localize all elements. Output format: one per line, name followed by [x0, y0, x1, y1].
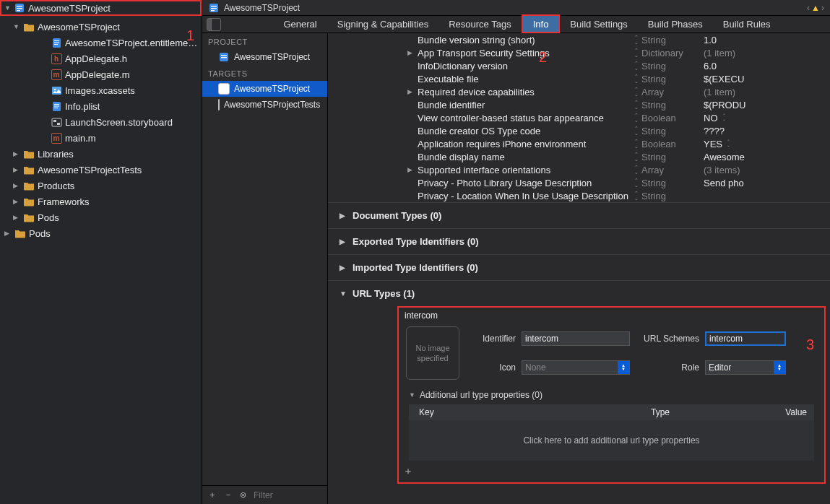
target-item-app[interactable]: AwesomeTSProject	[202, 81, 327, 97]
chevron-right-icon[interactable]: ▶	[407, 49, 415, 56]
chevron-down-icon[interactable]: ▼	[13, 23, 20, 30]
tree-item-label: Images.xcassets	[65, 85, 135, 96]
tree-item[interactable]: ▶Libraries	[0, 146, 202, 162]
add-target-button[interactable]: ＋	[208, 489, 217, 501]
stepper-icon[interactable]: ⌃⌄	[631, 60, 641, 71]
tree-item[interactable]: ▶Products	[0, 178, 202, 194]
plist-value[interactable]: Awesome	[699, 152, 830, 162]
stepper-icon[interactable]: ⌃⌄	[631, 99, 641, 110]
stepper-icon[interactable]: ⌃⌄	[631, 112, 641, 123]
tab-build-settings[interactable]: Build Settings	[560, 15, 638, 32]
stepper-icon[interactable]: ⌃⌄	[727, 140, 735, 147]
tab-general[interactable]: General	[273, 15, 327, 32]
section-exported-types[interactable]: ▶ Exported Type Identifiers (0)	[328, 228, 830, 254]
nav-back-icon[interactable]: ‹	[807, 3, 810, 13]
section-imported-types[interactable]: ▶ Imported Type Identifiers (0)	[328, 254, 830, 280]
disclosure-triangle-icon[interactable]: ▼	[4, 4, 11, 12]
stepper-icon[interactable]: ⌃⌄	[631, 47, 641, 58]
stepper-icon[interactable]: ⌃⌄	[631, 34, 641, 45]
plist-row[interactable]: Bundle identifier⌃⌄String$(PRODU	[328, 98, 830, 111]
plist-row[interactable]: ▶Required device capabilities⌃⌄Array(1 i…	[328, 85, 830, 98]
section-document-types[interactable]: ▶ Document Types (0)	[328, 202, 830, 228]
stepper-icon[interactable]: ⌃⌄	[631, 190, 641, 201]
plist-row[interactable]: Bundle display name⌃⌄StringAwesome	[328, 150, 830, 163]
url-schemes-input[interactable]	[705, 331, 786, 346]
target-item-tests[interactable]: AwesomeTSProjectTests	[202, 97, 327, 113]
tree-item[interactable]: AwesomeTSProject.entitleme…	[0, 35, 202, 51]
chevron-right-icon[interactable]: ▶	[13, 198, 20, 205]
plist-value[interactable]: (3 items)	[699, 165, 830, 175]
chevron-right-icon[interactable]: ▶	[13, 166, 20, 173]
role-select[interactable]: Editor ▲▼	[705, 360, 786, 375]
tree-item[interactable]: mAppDelegate.m	[0, 66, 202, 82]
breadcrumb-project[interactable]: AwesomeTSProject	[224, 3, 300, 13]
stepper-icon[interactable]: ⌃⌄	[631, 151, 641, 162]
tree-item[interactable]: Info.plist	[0, 98, 202, 114]
select-arrow-icon: ▲▼	[618, 361, 629, 374]
project-item[interactable]: AwesomeTSProject	[202, 49, 327, 65]
stepper-icon[interactable]: ⌃⌄	[631, 125, 641, 136]
tree-item[interactable]: LaunchScreen.storyboard	[0, 114, 202, 130]
tree-item[interactable]: Images.xcassets	[0, 82, 202, 98]
warning-icon[interactable]: ▲	[811, 3, 820, 13]
navigator-root[interactable]: ▼ AwesomeTSProject	[0, 0, 202, 16]
url-type-image-well[interactable]: No image specified	[406, 326, 459, 380]
file-h-icon: h	[51, 53, 62, 64]
icon-select[interactable]: None ▲▼	[522, 360, 630, 375]
plist-row[interactable]: View controller-based status bar appeara…	[328, 111, 830, 124]
sidebar-toggle-icon[interactable]	[207, 18, 221, 31]
plist-value[interactable]: $(PRODU	[699, 100, 830, 110]
chevron-right-icon[interactable]: ▶	[13, 182, 20, 189]
file-tree[interactable]: ▼AwesomeTSProjectAwesomeTSProject.entitl…	[0, 16, 202, 504]
tab-build-rules[interactable]: Build Rules	[713, 15, 781, 32]
section-url-types[interactable]: ▼ URL Types (1)	[328, 280, 830, 306]
tree-item[interactable]: hAppDelegate.h	[0, 51, 202, 66]
stepper-icon[interactable]: ⌃⌄	[631, 138, 641, 149]
plist-value[interactable]: NO⌃⌄	[699, 113, 830, 123]
plist-row[interactable]: Executable file⌃⌄String$(EXECU	[328, 72, 830, 85]
tab-build-phases[interactable]: Build Phases	[638, 15, 713, 32]
stepper-icon[interactable]: ⌃⌄	[722, 114, 731, 121]
info-editor[interactable]: Bundle version string (short)⌃⌄String1.0…	[328, 33, 830, 504]
plist-row[interactable]: Bundle creator OS Type code⌃⌄String????	[328, 124, 830, 137]
plist-value[interactable]: 6.0	[699, 61, 830, 71]
chevron-right-icon[interactable]: ▶	[13, 150, 20, 157]
plist-row[interactable]: Bundle version string (short)⌃⌄String1.0	[328, 33, 830, 46]
identifier-input[interactable]	[522, 331, 630, 346]
plist-row[interactable]: Privacy - Location When In Use Usage Des…	[328, 189, 830, 202]
plist-row[interactable]: InfoDictionary version⌃⌄String6.0	[328, 59, 830, 72]
plist-row[interactable]: ▶App Transport Security Settings⌃⌄Dictio…	[328, 46, 830, 59]
chevron-right-icon[interactable]: ▶	[4, 230, 12, 237]
stepper-icon[interactable]: ⌃⌄	[631, 86, 641, 97]
stepper-icon[interactable]: ⌃⌄	[631, 177, 641, 188]
tree-item[interactable]: ▶Pods	[0, 225, 202, 241]
tree-item[interactable]: ▼AwesomeTSProject	[0, 19, 202, 35]
plist-value[interactable]: ????	[699, 126, 830, 136]
plist-value[interactable]: 1.0	[699, 35, 830, 45]
chevron-right-icon[interactable]: ▶	[407, 88, 415, 95]
tree-item[interactable]: ▶Pods	[0, 209, 202, 225]
plist-row[interactable]: Application requires iPhone environment⌃…	[328, 137, 830, 150]
nav-forward-icon[interactable]: ›	[821, 3, 824, 13]
plist-value[interactable]: Send pho	[699, 178, 830, 188]
plist-row[interactable]: Privacy - Photo Library Usage Descriptio…	[328, 176, 830, 189]
additional-properties-header[interactable]: ▼ Additional url type properties (0)	[399, 383, 824, 404]
tree-item[interactable]: ▶Frameworks	[0, 194, 202, 209]
chevron-right-icon[interactable]: ▶	[13, 214, 20, 221]
tab-info[interactable]: Info	[522, 14, 561, 33]
plist-value[interactable]: (1 item)	[699, 48, 830, 58]
tree-item[interactable]: ▶AwesomeTSProjectTests	[0, 162, 202, 178]
plist-value[interactable]: $(EXECU	[699, 74, 830, 84]
remove-target-button[interactable]: －	[224, 489, 233, 501]
tree-item[interactable]: mmain.m	[0, 130, 202, 146]
plist-value[interactable]: (1 item)	[699, 87, 830, 97]
chevron-right-icon[interactable]: ▶	[407, 166, 415, 173]
tab-signing-capabilities[interactable]: Signing & Capabilities	[327, 15, 438, 32]
tab-resource-tags[interactable]: Resource Tags	[438, 15, 521, 32]
plist-value[interactable]: YES⌃⌄	[699, 139, 830, 149]
additional-empty-row[interactable]: Click here to add additional url type pr…	[409, 420, 814, 461]
plist-row[interactable]: ▶Supported interface orientations⌃⌄Array…	[328, 163, 830, 176]
stepper-icon[interactable]: ⌃⌄	[631, 164, 641, 175]
add-url-type-button[interactable]: ＋	[399, 461, 824, 478]
stepper-icon[interactable]: ⌃⌄	[631, 73, 641, 84]
